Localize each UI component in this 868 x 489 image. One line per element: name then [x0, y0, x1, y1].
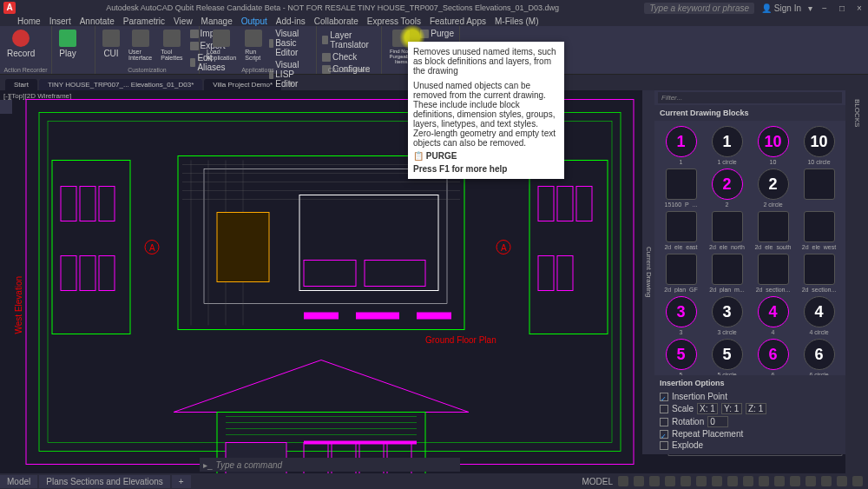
status-polar-icon[interactable] [665, 476, 675, 486]
checkbox[interactable] [660, 430, 668, 439]
block-item[interactable]: 22 circle [752, 169, 794, 208]
menu-manage[interactable]: Manage [201, 17, 233, 26]
status-clean-icon[interactable] [837, 476, 847, 486]
svg-rect-19 [356, 313, 399, 320]
checkbox[interactable] [660, 405, 668, 413]
block-item[interactable]: 44 circle [798, 296, 840, 335]
block-item[interactable]: 11 [660, 126, 702, 165]
status-tab-model[interactable]: Model [0, 475, 37, 488]
menu-addins[interactable]: Add-ins [276, 17, 306, 26]
block-item[interactable]: 2d_section... [798, 254, 840, 293]
tab-current-file[interactable]: TINY HOUSE_TRP007_... Elevations_01_D03* [39, 79, 202, 90]
status-osnap-icon[interactable] [681, 476, 691, 486]
blocks-panel-title: Current Drawing Blocks [654, 105, 845, 121]
left-side-tabs [0, 100, 12, 114]
status-monitor-icon[interactable] [790, 476, 800, 486]
block-item[interactable]: 2d_ele_west [798, 211, 840, 250]
status-track-icon[interactable] [696, 476, 707, 486]
status-lweight-icon[interactable] [712, 476, 722, 486]
block-item[interactable]: 44 [752, 296, 794, 335]
purge-tooltip: Removes unused named items, such as bloc… [408, 42, 564, 179]
block-item[interactable]: 66 circle [798, 339, 840, 375]
insertion-option-row[interactable]: Repeat Placement [660, 428, 840, 439]
record-button[interactable]: Record [3, 28, 38, 72]
status-anno-icon[interactable] [759, 476, 769, 486]
menu-output[interactable]: Output [241, 17, 267, 26]
status-hw-icon[interactable] [821, 476, 832, 486]
signin-button[interactable]: 👤 Sign In [761, 3, 801, 13]
checkbox[interactable] [660, 393, 668, 401]
block-item[interactable]: 2d_ele_north [706, 211, 748, 250]
menu-view[interactable]: View [174, 17, 193, 26]
menu-home[interactable]: Home [17, 17, 41, 26]
status-workspace-icon[interactable] [774, 476, 785, 486]
menu-featured[interactable]: Featured Apps [430, 17, 486, 26]
block-item[interactable]: 2d_ele_east [660, 211, 702, 250]
side-tab-blocks[interactable]: BLOCKS [853, 99, 861, 127]
menu-insert[interactable]: Insert [49, 17, 71, 26]
menu-mfiles[interactable]: M-Files (M) [495, 17, 539, 26]
block-item[interactable]: 2d_section... [752, 254, 794, 293]
insertion-option-row[interactable]: Insertion Point [660, 391, 840, 402]
block-item[interactable]: 55 circle [706, 339, 748, 375]
title-text: Autodesk AutoCAD Qubit Release Candidate… [21, 3, 644, 12]
block-item[interactable] [798, 169, 840, 208]
svg-rect-49 [304, 441, 417, 445]
status-cycle-icon[interactable] [743, 476, 753, 486]
play-button[interactable]: Play [56, 28, 80, 72]
svg-rect-38 [557, 256, 573, 291]
label-gfp: Ground Floor Plan [425, 335, 496, 345]
left-tab[interactable] [0, 103, 3, 110]
block-item[interactable]: 66 [752, 339, 794, 375]
status-ortho-icon[interactable] [649, 476, 660, 486]
menu-annotate[interactable]: Annotate [80, 17, 115, 26]
tooltip-footer: Press F1 for more help [413, 164, 559, 174]
status-transp-icon[interactable] [727, 476, 738, 486]
block-item[interactable]: 1010 [752, 126, 794, 165]
block-item[interactable]: 2d_plan_m... [706, 254, 748, 293]
close-button[interactable]: × [854, 3, 865, 13]
block-item[interactable]: 2d_ele_south [752, 211, 794, 250]
insertion-options-title: Insertion Options [660, 379, 840, 387]
menu-parametric[interactable]: Parametric [123, 17, 165, 26]
ribbon-group-applications: Load Application Run Script Visual Basic… [200, 26, 317, 74]
status-model[interactable]: MODEL [582, 477, 613, 486]
block-item[interactable]: 33 circle [706, 296, 748, 335]
status-iso-icon[interactable] [806, 476, 816, 486]
insertion-option-row[interactable]: Explode [660, 439, 840, 451]
status-tab-add[interactable]: + [172, 475, 191, 488]
status-custom-icon[interactable] [852, 476, 863, 486]
block-item[interactable]: 22 [706, 169, 748, 208]
search-input[interactable]: Type a keyword or phrase [644, 3, 754, 14]
block-item[interactable]: 11 circle [706, 126, 748, 165]
insertion-option-row[interactable]: Rotation0 [660, 415, 840, 428]
help-icon[interactable]: ▾ [808, 3, 812, 13]
blocks-filter-input[interactable]: Filter... [658, 92, 842, 103]
status-grid-icon[interactable] [618, 476, 628, 486]
status-snap-icon[interactable] [634, 476, 644, 486]
insertion-option-row[interactable]: ScaleX: 1Y: 1Z: 1 [660, 402, 840, 415]
svg-rect-18 [304, 313, 339, 320]
menu-collaborate[interactable]: Collaborate [314, 17, 358, 26]
minimize-button[interactable]: − [819, 3, 830, 13]
block-item[interactable]: 15160_P_... [660, 169, 702, 208]
insertion-options: Insertion Options Insertion PointScaleX:… [654, 375, 845, 454]
app-logo[interactable]: A [3, 2, 16, 14]
block-item[interactable]: 33 [660, 296, 702, 335]
status-tab-layout[interactable]: Plans Sections and Elevations [39, 475, 170, 488]
block-item[interactable]: 55 [660, 339, 702, 375]
checkbox[interactable] [660, 418, 668, 426]
maximize-button[interactable]: □ [837, 3, 847, 13]
right-side-tabs: BLOCKS [845, 90, 868, 473]
command-line[interactable]: ▸_ Type a command [200, 458, 460, 472]
tab-start[interactable]: Start [5, 79, 37, 90]
tooltip-summary: Removes unused named items, such as bloc… [413, 47, 559, 76]
layer-translator-button[interactable]: Layer Translator [320, 30, 378, 50]
checkbox[interactable] [660, 441, 668, 450]
block-item[interactable]: 2d_plan_GF [660, 254, 702, 293]
svg-rect-34 [538, 187, 554, 221]
check-button[interactable]: Check [320, 51, 378, 63]
block-item[interactable]: 1010 circle [798, 126, 840, 165]
lisp-editor-button[interactable]: Visual LISP Editor [267, 59, 312, 89]
vba-editor-button[interactable]: Visual Basic Editor [267, 28, 312, 58]
